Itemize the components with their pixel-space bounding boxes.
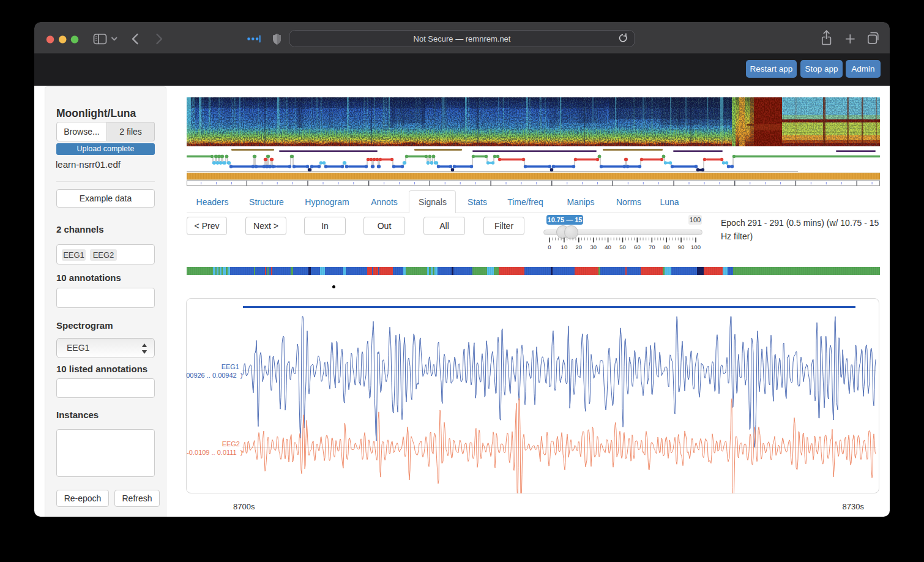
svg-text:50: 50 [619,244,626,250]
svg-text:10: 10 [561,244,568,250]
svg-text:70: 70 [649,244,655,250]
svg-text:0: 0 [548,244,551,250]
svg-text:90: 90 [678,244,685,250]
svg-text:-0.0109 .. 0.0111 ): -0.0109 .. 0.0111 ) [187,449,242,456]
svg-text:60: 60 [634,244,641,250]
svg-text:20: 20 [576,244,583,250]
svg-text:100: 100 [691,244,701,250]
svg-text:40: 40 [605,244,611,250]
svg-text:EEG2: EEG2 [222,440,240,448]
svg-text:Not Secure — remnrem.net: Not Secure — remnrem.net [414,34,511,43]
svg-text:EEG1: EEG1 [222,363,239,370]
svg-text:30: 30 [590,244,597,250]
svg-text:00926 .. 0.00942 ): 00926 .. 0.00942 ) [186,372,242,379]
svg-text:80: 80 [663,244,670,250]
